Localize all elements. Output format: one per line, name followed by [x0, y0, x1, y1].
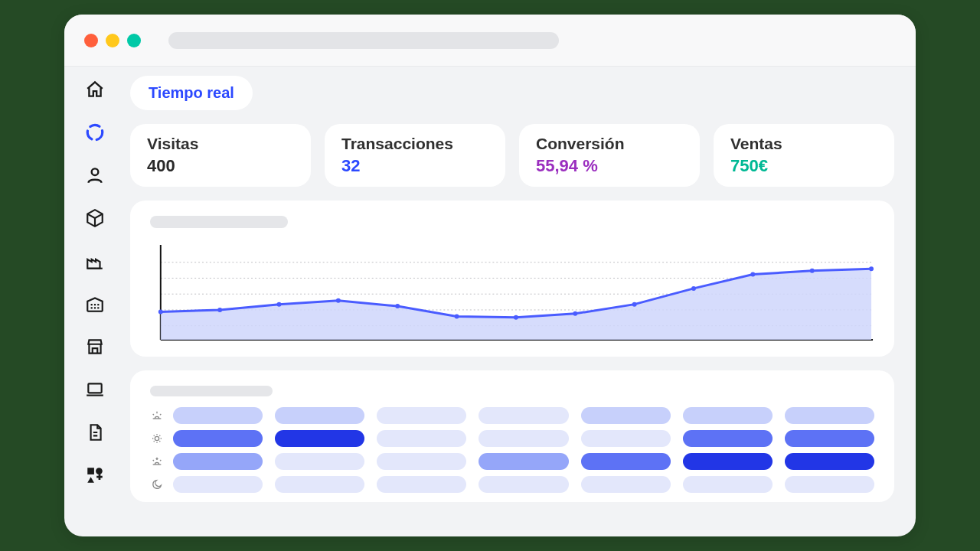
laptop-icon[interactable] — [83, 377, 107, 402]
heatmap-card — [130, 370, 894, 502]
metric-sales[interactable]: Ventas 750€ — [714, 124, 894, 187]
chart-card — [130, 201, 894, 357]
heatmap-cell[interactable] — [173, 407, 263, 424]
heatmap-row — [150, 476, 874, 493]
metric-value: 400 — [147, 156, 294, 176]
metric-label: Visitas — [147, 135, 294, 153]
heatmap-cell[interactable] — [581, 430, 671, 447]
realtime-pill-label: Tiempo real — [149, 84, 234, 101]
heatmap-cell[interactable] — [173, 453, 263, 470]
night-icon — [150, 478, 164, 491]
building-icon[interactable] — [83, 292, 107, 316]
shapes-icon[interactable] — [83, 463, 107, 487]
heatmap-title-placeholder — [150, 386, 273, 396]
document-icon[interactable] — [83, 420, 107, 445]
realtime-pill[interactable]: Tiempo real — [130, 76, 253, 110]
heatmap-cell[interactable] — [275, 430, 364, 447]
svg-point-19 — [573, 311, 577, 316]
window-zoom-dot[interactable] — [127, 34, 141, 47]
metric-label: Ventas — [730, 135, 877, 153]
heatmap-cell[interactable] — [275, 476, 364, 493]
heatmap-cell[interactable] — [173, 476, 263, 493]
sunrise-icon — [150, 409, 164, 422]
main-content: Tiempo real Visitas 400 Transacciones 32… — [126, 67, 916, 536]
sidebar — [64, 67, 126, 536]
stats-icon[interactable] — [83, 120, 107, 145]
heatmap-cell[interactable] — [479, 430, 568, 447]
heatmap-cell[interactable] — [683, 453, 773, 470]
metric-value: 750€ — [730, 156, 877, 176]
heatmap-cell[interactable] — [683, 430, 773, 447]
heatmap-grid — [150, 407, 874, 493]
metric-label: Conversión — [536, 135, 683, 153]
window-minimize-dot[interactable] — [106, 34, 119, 47]
heatmap-cell[interactable] — [275, 453, 364, 470]
svg-point-20 — [632, 302, 637, 307]
heatmap-cell[interactable] — [377, 430, 466, 447]
area-chart — [150, 242, 874, 344]
chart-title-placeholder — [150, 216, 288, 228]
svg-point-0 — [87, 125, 103, 140]
svg-point-24 — [869, 266, 874, 271]
sunset-icon — [150, 455, 164, 468]
area-chart-svg — [150, 242, 874, 344]
metric-transactions[interactable]: Transacciones 32 — [325, 124, 505, 187]
svg-point-4 — [96, 468, 103, 474]
app-window: Tiempo real Visitas 400 Transacciones 32… — [64, 15, 916, 536]
heatmap-cell[interactable] — [785, 453, 874, 470]
package-icon[interactable] — [83, 206, 107, 230]
heatmap-cell[interactable] — [275, 407, 364, 424]
heatmap-cell[interactable] — [377, 453, 466, 470]
metric-value: 32 — [341, 156, 488, 176]
heatmap-cell[interactable] — [581, 453, 671, 470]
svg-point-25 — [155, 436, 158, 440]
store-icon[interactable] — [83, 334, 107, 359]
heatmap-cell[interactable] — [377, 407, 466, 424]
svg-point-14 — [277, 302, 282, 307]
metric-label: Transacciones — [341, 135, 488, 153]
heatmap-cell[interactable] — [785, 407, 874, 424]
svg-point-17 — [455, 315, 459, 319]
heatmap-cell[interactable] — [785, 476, 874, 493]
heatmap-row — [150, 407, 874, 424]
svg-rect-3 — [87, 468, 94, 474]
heatmap-cell[interactable] — [683, 407, 773, 424]
svg-point-15 — [336, 298, 341, 303]
heatmap-cell[interactable] — [479, 407, 568, 424]
heatmap-cell[interactable] — [173, 430, 263, 447]
heatmap-cell[interactable] — [581, 407, 671, 424]
svg-rect-2 — [88, 383, 101, 393]
svg-point-16 — [395, 304, 400, 308]
address-bar[interactable] — [168, 32, 559, 49]
user-icon[interactable] — [83, 163, 107, 187]
heatmap-cell[interactable] — [377, 476, 466, 493]
heatmap-row — [150, 430, 874, 447]
titlebar — [64, 15, 916, 67]
heatmap-row — [150, 453, 874, 470]
metric-value: 55,94 % — [536, 156, 683, 176]
svg-point-21 — [691, 286, 696, 291]
window-close-dot[interactable] — [84, 34, 98, 47]
svg-point-12 — [158, 309, 163, 314]
heatmap-cell[interactable] — [479, 476, 568, 493]
home-icon[interactable] — [83, 77, 107, 102]
metrics-row: Visitas 400 Transacciones 32 Conversión … — [130, 124, 894, 187]
heatmap-cell[interactable] — [683, 476, 773, 493]
heatmap-cell[interactable] — [785, 430, 874, 447]
factory-icon[interactable] — [83, 249, 107, 273]
svg-point-18 — [514, 315, 518, 320]
svg-point-23 — [810, 269, 815, 273]
svg-point-13 — [217, 308, 222, 312]
metric-conversion[interactable]: Conversión 55,94 % — [519, 124, 700, 187]
svg-point-1 — [92, 168, 99, 175]
metric-visits[interactable]: Visitas 400 — [130, 124, 311, 187]
svg-point-22 — [750, 272, 755, 277]
day-icon — [150, 432, 164, 445]
heatmap-cell[interactable] — [479, 453, 568, 470]
heatmap-cell[interactable] — [581, 476, 671, 493]
